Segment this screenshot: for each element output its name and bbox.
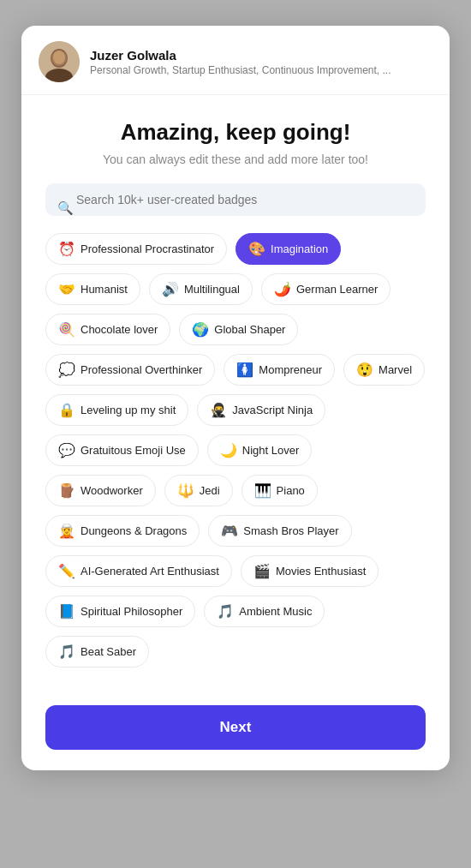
badge-icon-mompreneur: 🚺: [236, 362, 253, 378]
badge-icon-multilingual: 🔊: [162, 281, 179, 297]
search-icon: 🔍: [57, 201, 74, 216]
badge-dungeons-dragons[interactable]: 🧝Dungeons & Dragons: [45, 515, 200, 547]
badge-label-beat-saber: Beat Saber: [80, 645, 136, 658]
badge-icon-javascript-ninja: 🥷: [210, 402, 227, 418]
badge-label-jedi: Jedi: [200, 484, 220, 497]
badge-icon-jedi: 🔱: [177, 482, 194, 499]
badge-leveling-up-my-shit[interactable]: 🔒Leveling up my shit: [45, 394, 188, 426]
badge-woodworker[interactable]: 🪵Woodworker: [45, 475, 156, 506]
search-wrapper: 🔍: [45, 183, 426, 233]
svg-point-4: [53, 51, 65, 64]
badge-piano[interactable]: 🎹Piano: [241, 475, 318, 506]
badge-icon-gratuitous-emoji-use: 💬: [58, 442, 75, 458]
badge-label-multilingual: Multilingual: [184, 283, 240, 296]
badge-label-piano: Piano: [277, 484, 305, 497]
profile-header: Juzer Golwala Personal Growth, Startup E…: [21, 26, 450, 95]
badge-icon-leveling-up-my-shit: 🔒: [58, 402, 75, 418]
badge-icon-professional-procrastinator: ⏰: [58, 241, 75, 257]
badge-icon-spiritual-philosopher: 📘: [58, 603, 75, 620]
badge-marvel[interactable]: 😲Marvel: [343, 354, 425, 386]
modal-subtitle: You can always edit these and add more l…: [45, 153, 426, 166]
badge-icon-ambient-music: 🎵: [217, 603, 234, 620]
badge-javascript-ninja[interactable]: 🥷JavaScript Ninja: [197, 394, 325, 426]
modal: Juzer Golwala Personal Growth, Startup E…: [21, 26, 450, 770]
badge-global-shaper[interactable]: 🌍Global Shaper: [179, 314, 298, 345]
badge-icon-global-shaper: 🌍: [192, 321, 209, 338]
badge-label-marvel: Marvel: [379, 363, 412, 376]
badge-icon-beat-saber: 🎵: [58, 644, 75, 660]
badge-beat-saber[interactable]: 🎵Beat Saber: [45, 636, 149, 667]
badge-icon-imagination: 🎨: [248, 241, 265, 257]
badge-gratuitous-emoji-use[interactable]: 💬Gratuitous Emoji Use: [45, 434, 199, 466]
badge-label-professional-procrastinator: Professional Procrastinator: [80, 242, 214, 255]
badge-icon-humanist: 🤝: [58, 281, 75, 297]
badge-label-mompreneur: Mompreneur: [259, 363, 322, 376]
badge-smash-bros-player[interactable]: 🎮Smash Bros Player: [208, 515, 351, 547]
badge-icon-movies-enthusiast: 🎬: [253, 563, 271, 579]
badge-label-movies-enthusiast: Movies Enthusiast: [276, 565, 367, 578]
badge-label-leveling-up-my-shit: Leveling up my shit: [80, 404, 176, 416]
badge-label-night-lover: Night Lover: [242, 444, 299, 457]
profile-desc: Personal Growth, Startup Enthusiast, Con…: [90, 64, 391, 76]
badge-icon-chocolate-lover: 🍭: [58, 321, 75, 338]
modal-body: Amazing, keep going! You can always edit…: [21, 95, 450, 691]
badge-icon-smash-bros-player: 🎮: [221, 523, 238, 539]
badge-movies-enthusiast[interactable]: 🎬Movies Enthusiast: [241, 555, 379, 587]
badge-icon-dungeons-dragons: 🧝: [58, 523, 75, 539]
modal-title: Amazing, keep going!: [45, 119, 426, 146]
badge-german-learner[interactable]: 🌶️German Learner: [261, 273, 391, 305]
badge-label-professional-overthinker: Professional Overthinker: [80, 363, 202, 376]
badge-label-gratuitous-emoji-use: Gratuitous Emoji Use: [80, 444, 186, 457]
badges-container: ⏰Professional Procrastinator🎨Imagination…: [45, 233, 426, 667]
search-input[interactable]: [45, 183, 426, 216]
badge-label-humanist: Humanist: [80, 283, 128, 296]
badge-label-chocolate-lover: Chocolate lover: [80, 323, 158, 336]
badge-icon-ai-generated-art-enthusiast: ✏️: [58, 563, 75, 579]
badge-icon-piano: 🎹: [254, 482, 271, 499]
badge-label-german-learner: German Learner: [296, 283, 378, 296]
badge-label-imagination: Imagination: [271, 242, 328, 255]
badge-icon-night-lover: 🌙: [220, 442, 237, 458]
badge-ambient-music[interactable]: 🎵Ambient Music: [204, 596, 325, 627]
badge-professional-overthinker[interactable]: 💭Professional Overthinker: [45, 354, 215, 386]
badge-icon-professional-overthinker: 💭: [58, 362, 75, 378]
badge-multilingual[interactable]: 🔊Multilingual: [149, 273, 253, 305]
badge-label-ambient-music: Ambient Music: [239, 605, 312, 618]
profile-name: Juzer Golwala: [90, 48, 391, 63]
badge-label-smash-bros-player: Smash Bros Player: [243, 524, 338, 537]
badge-professional-procrastinator[interactable]: ⏰Professional Procrastinator: [45, 233, 227, 265]
badge-label-javascript-ninja: JavaScript Ninja: [232, 404, 313, 416]
badge-ai-generated-art-enthusiast[interactable]: ✏️AI-Generated Art Enthusiast: [45, 555, 232, 587]
badge-chocolate-lover[interactable]: 🍭Chocolate lover: [45, 314, 170, 345]
profile-info: Juzer Golwala Personal Growth, Startup E…: [90, 48, 391, 76]
badge-jedi[interactable]: 🔱Jedi: [164, 475, 233, 506]
badge-label-ai-generated-art-enthusiast: AI-Generated Art Enthusiast: [80, 565, 219, 578]
badge-icon-german-learner: 🌶️: [274, 281, 291, 297]
next-button[interactable]: Next: [45, 705, 426, 750]
badge-icon-marvel: 😲: [356, 362, 373, 378]
avatar: [39, 41, 80, 82]
badge-imagination[interactable]: 🎨Imagination: [236, 233, 341, 265]
badge-label-global-shaper: Global Shaper: [214, 323, 285, 336]
badge-spiritual-philosopher[interactable]: 📘Spiritual Philosopher: [45, 596, 195, 627]
badge-humanist[interactable]: 🤝Humanist: [45, 273, 140, 305]
badge-icon-woodworker: 🪵: [58, 482, 75, 499]
badge-label-dungeons-dragons: Dungeons & Dragons: [80, 524, 187, 537]
badge-label-spiritual-philosopher: Spiritual Philosopher: [80, 605, 182, 618]
badge-label-woodworker: Woodworker: [80, 484, 143, 497]
badge-mompreneur[interactable]: 🚺Mompreneur: [224, 354, 335, 386]
badge-night-lover[interactable]: 🌙Night Lover: [207, 434, 312, 466]
